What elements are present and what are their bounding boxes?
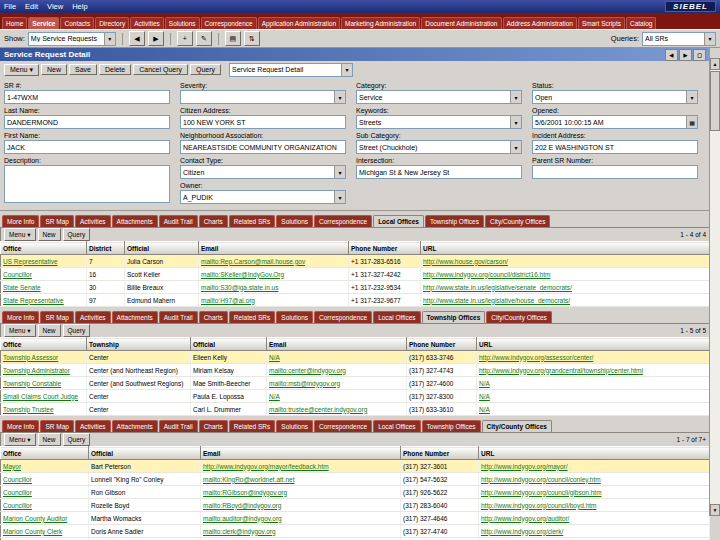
column-header[interactable]: Office bbox=[1, 338, 87, 351]
screen-tab[interactable]: Home bbox=[2, 17, 27, 29]
cell-office[interactable]: Township Trustee bbox=[1, 403, 87, 416]
view-tab[interactable]: Audit Trail bbox=[159, 215, 198, 227]
view-tab[interactable]: Solutions bbox=[276, 311, 313, 323]
screen-tab[interactable]: Correspondence bbox=[201, 17, 257, 29]
view-tab[interactable]: More Info bbox=[2, 420, 39, 432]
cell-email[interactable]: mailto:S30@iga.state.in.us bbox=[199, 281, 349, 294]
table-row[interactable]: Township Assessor Center Eileen Kelly N/… bbox=[1, 351, 710, 364]
applet-query-button[interactable]: Query bbox=[63, 324, 91, 337]
menu-button[interactable]: Menu ▾ bbox=[4, 64, 39, 76]
cell-office[interactable]: Marion County Auditor bbox=[1, 512, 89, 525]
cell-email[interactable]: mailto:SKeller@IndyGov.Org bbox=[199, 268, 349, 281]
sub-category-select[interactable]: Street (Chuckhole) ▾ bbox=[356, 140, 522, 154]
show-select[interactable]: My Service Requests ▾ bbox=[28, 32, 116, 46]
last-name-input[interactable]: DANDERMOND bbox=[4, 115, 170, 129]
category-select[interactable]: Service ▾ bbox=[356, 90, 522, 104]
table-row[interactable]: Councillor Rozelle Boyd mailto:RBoyd@ind… bbox=[1, 499, 710, 512]
record-next-icon[interactable]: ▶ bbox=[679, 49, 692, 61]
view-tab[interactable]: City/County Offices bbox=[486, 311, 552, 323]
chevron-down-icon[interactable]: ▾ bbox=[510, 91, 521, 103]
cell-office[interactable]: US Representative bbox=[1, 255, 87, 268]
owner-select[interactable]: A_PUDIK ▾ bbox=[180, 190, 346, 204]
view-tab[interactable]: SR Map bbox=[40, 311, 73, 323]
cell-office[interactable]: Township Assessor bbox=[1, 351, 87, 364]
citizen-address-input[interactable]: 100 NEW YORK ST bbox=[180, 115, 346, 129]
cell-email[interactable]: N/A bbox=[267, 351, 407, 364]
menu-item[interactable]: Edit bbox=[25, 2, 38, 11]
applet-menu-button[interactable]: Menu▾ bbox=[4, 228, 36, 241]
view-tab[interactable]: Activities bbox=[75, 311, 111, 323]
column-header[interactable]: Phone Number bbox=[349, 242, 421, 255]
cell-phone-number[interactable]: (317) 633-3610 bbox=[407, 403, 477, 416]
neighborhood-association-input[interactable]: NEAREASTSIDE COMMUNITY ORGANIZATION bbox=[180, 140, 346, 154]
cell-office[interactable]: Councillor bbox=[1, 499, 89, 512]
cell-official[interactable]: Billie Breaux bbox=[125, 281, 199, 294]
table-row[interactable]: State Representative 97 Edmund Mahern ma… bbox=[1, 294, 710, 307]
chevron-down-icon[interactable]: ▾ bbox=[334, 166, 345, 178]
applet-menu-button[interactable]: Menu▾ bbox=[4, 324, 36, 337]
cell-phone-number[interactable]: (317) 283-6040 bbox=[401, 499, 479, 512]
chevron-down-icon[interactable]: ▾ bbox=[704, 33, 715, 45]
vertical-scrollbar[interactable]: ▲ ▼ bbox=[709, 58, 720, 516]
intersection-input[interactable]: Michigan St & New Jersey St bbox=[356, 165, 522, 179]
view-tab[interactable]: Solutions bbox=[276, 215, 313, 227]
column-header[interactable]: Township bbox=[87, 338, 191, 351]
chevron-down-icon[interactable]: ▾ bbox=[334, 91, 345, 103]
print-icon[interactable]: ▤ bbox=[225, 31, 241, 46]
cell-office[interactable]: Township Constable bbox=[1, 377, 87, 390]
cell-url[interactable]: N/A bbox=[477, 377, 710, 390]
view-tab[interactable]: Correspondence bbox=[314, 311, 372, 323]
cell-url[interactable]: http://www.indygov.org/clerk/ bbox=[479, 525, 710, 538]
cell-email[interactable]: http://www.indygov.org/mayor/feedback.ht… bbox=[201, 460, 401, 473]
cell-district[interactable]: 30 bbox=[87, 281, 125, 294]
cell-email[interactable]: N/A bbox=[267, 390, 407, 403]
applet-query-button[interactable]: Query bbox=[63, 228, 91, 241]
cell-phone-number[interactable]: (317) 327-4740 bbox=[401, 525, 479, 538]
cancel-query-button[interactable]: Cancel Query bbox=[133, 64, 188, 75]
cell-office[interactable]: State Senate bbox=[1, 281, 87, 294]
cell-official[interactable]: Bart Peterson bbox=[89, 460, 201, 473]
cell-email[interactable]: mailto:auditor@indygov.org bbox=[201, 512, 401, 525]
menu-item[interactable]: Help bbox=[72, 2, 87, 11]
cell-official[interactable]: Ron Gibson bbox=[89, 486, 201, 499]
new-button[interactable]: New bbox=[41, 64, 67, 75]
cell-url[interactable]: http://www.house.gov/carson/ bbox=[421, 255, 710, 268]
view-tab[interactable]: More Info bbox=[2, 311, 39, 323]
record-prev-icon[interactable]: ◀ bbox=[665, 49, 678, 61]
column-header[interactable]: URL bbox=[479, 447, 710, 460]
chevron-down-icon[interactable]: ▾ bbox=[510, 116, 521, 128]
screen-tab[interactable]: Activities bbox=[130, 17, 164, 29]
view-tab[interactable]: Correspondence bbox=[314, 215, 372, 227]
applet-query-button[interactable]: Query bbox=[63, 433, 91, 446]
view-tab[interactable]: Audit Trail bbox=[159, 420, 198, 432]
cell-email[interactable]: mailto:KingRo@worldnet.att.net bbox=[201, 473, 401, 486]
cell-url[interactable]: http://www.state.in.us/legislative/senat… bbox=[421, 281, 710, 294]
applet-new-button[interactable]: New bbox=[38, 433, 61, 446]
incident-address-input[interactable]: 202 E WASHINGTON ST bbox=[532, 140, 698, 154]
cell-phone-number[interactable]: (317) 633-3746 bbox=[407, 351, 477, 364]
cell-office[interactable]: State Representative bbox=[1, 294, 87, 307]
cell-office[interactable]: Councillor bbox=[1, 486, 89, 499]
cell-district[interactable]: 7 bbox=[87, 255, 125, 268]
cell-url[interactable]: http://www.indygov.org/council/boyd.htm bbox=[479, 499, 710, 512]
parent-sr-number-input[interactable] bbox=[532, 165, 698, 179]
view-tab[interactable]: Township Offices bbox=[425, 215, 484, 227]
cell-official[interactable]: Mae Smith-Beecher bbox=[191, 377, 267, 390]
query-button[interactable]: Query bbox=[190, 64, 221, 75]
applet-new-button[interactable]: New bbox=[38, 228, 61, 241]
view-tab[interactable]: Related SRs bbox=[229, 215, 276, 227]
cell-official[interactable]: Lonnell "King Ro" Conley bbox=[89, 473, 201, 486]
screen-tab[interactable]: Smart Scripts bbox=[578, 17, 625, 29]
cell-phone-number[interactable]: +1 317-283-6516 bbox=[349, 255, 421, 268]
cell-official[interactable]: Paula E. Lopossa bbox=[191, 390, 267, 403]
chevron-down-icon[interactable]: ▾ bbox=[104, 33, 115, 45]
forward-icon[interactable]: ▶ bbox=[148, 31, 164, 46]
cell-phone-number[interactable]: +1 317-327-4242 bbox=[349, 268, 421, 281]
cell-official[interactable]: Julia Carson bbox=[125, 255, 199, 268]
column-header[interactable]: Email bbox=[267, 338, 407, 351]
screen-tab[interactable]: Marketing Administration bbox=[341, 17, 420, 29]
cell-phone-number[interactable]: (317) 327-4646 bbox=[401, 512, 479, 525]
view-tab[interactable]: Related SRs bbox=[229, 311, 276, 323]
menu-item[interactable]: File bbox=[4, 2, 16, 11]
cell-email[interactable]: mailto:clerk@indygov.org bbox=[201, 525, 401, 538]
